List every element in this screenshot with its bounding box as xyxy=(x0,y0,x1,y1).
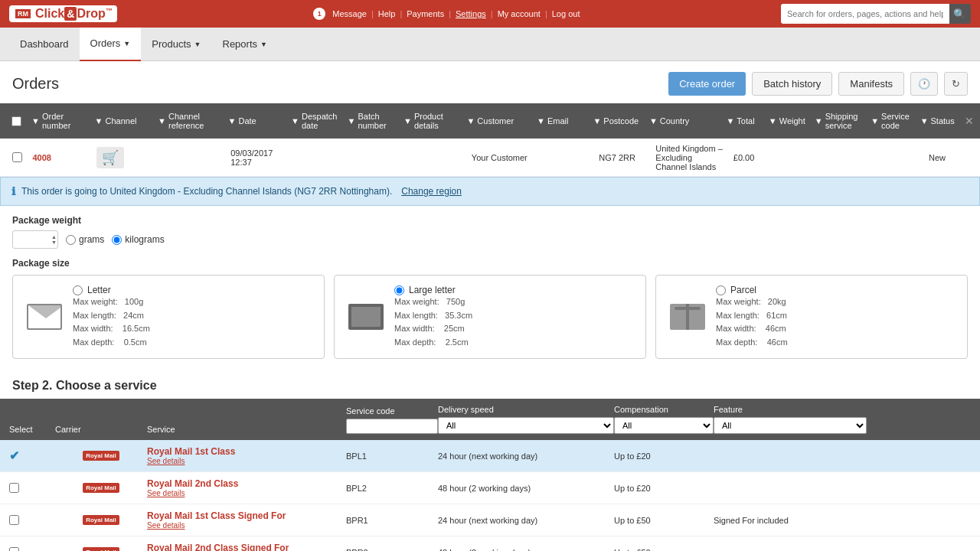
sr3-see-details[interactable]: See details xyxy=(147,521,346,530)
th-batch[interactable]: ▼ Batchnumber xyxy=(343,112,399,130)
sr3-code: BPR1 xyxy=(346,516,438,525)
kilograms-radio-label[interactable]: kilograms xyxy=(112,234,164,245)
search-button[interactable]: 🔍 xyxy=(949,4,971,24)
th-weight[interactable]: ▼ Weight xyxy=(764,116,810,126)
kilograms-radio[interactable] xyxy=(112,235,122,245)
sr2-carrier: Royal Mail xyxy=(55,483,147,493)
th-status[interactable]: ▼ Status xyxy=(916,116,965,126)
delivery-speed-filter-select[interactable]: All xyxy=(438,417,614,434)
large-letter-icon xyxy=(347,304,385,330)
refresh-button[interactable]: ↻ xyxy=(944,72,968,96)
grams-radio[interactable] xyxy=(66,235,76,245)
parcel-icon xyxy=(668,304,707,330)
service-row-3[interactable]: Royal Mail Royal Mail 1st Class Signed F… xyxy=(0,504,980,536)
create-order-button[interactable]: Create order xyxy=(668,72,746,96)
letter-radio[interactable] xyxy=(73,285,83,295)
th-date[interactable]: ▼ Date xyxy=(224,116,286,126)
batch-history-button[interactable]: Batch history xyxy=(752,72,832,96)
payments-link[interactable]: Payments xyxy=(402,9,449,18)
sr1-checkbox[interactable]: ✔ xyxy=(9,448,55,463)
search-input[interactable] xyxy=(781,4,949,24)
log-out-link[interactable]: Log out xyxy=(547,9,585,18)
info-icon: ℹ xyxy=(11,185,15,197)
sr1-see-details[interactable]: See details xyxy=(147,457,346,465)
manifests-button[interactable]: Manifests xyxy=(838,72,904,96)
nav-bar: Dashboard Orders ▼ Products ▼ Reports ▼ xyxy=(0,28,980,61)
compensation-filter-select[interactable]: All xyxy=(614,417,714,434)
sr2-service-name[interactable]: Royal Mail 2nd Class xyxy=(147,478,346,489)
sr4-checkbox[interactable] xyxy=(9,547,55,551)
size-cards: Letter Max weight: 100g Max length: 24cm… xyxy=(12,275,968,359)
service-row-1[interactable]: ✔ Royal Mail Royal Mail 1st Class See de… xyxy=(0,440,980,472)
notification-badge: 1 xyxy=(313,8,325,20)
sr2-delivery: 48 hour (2 working days) xyxy=(438,484,614,493)
page-actions: Create order Batch history Manifests 🕐 ↻ xyxy=(668,72,968,96)
nav-item-products[interactable]: Products ▼ xyxy=(141,28,211,61)
nav-item-orders[interactable]: Orders ▼ xyxy=(80,28,142,61)
help-link[interactable]: Help xyxy=(374,9,400,18)
th-channel-ref[interactable]: ▼ Channelreference xyxy=(153,112,224,130)
info-banner: ℹ This order is going to United Kingdom … xyxy=(0,177,980,206)
message-link[interactable]: Message xyxy=(328,9,371,18)
sth-select: Select xyxy=(9,425,55,434)
th-service-code[interactable]: ▼ Servicecode xyxy=(866,112,915,130)
th-despatch[interactable]: ▼ Despatchdate xyxy=(286,112,342,130)
order-number-cell[interactable]: 4008 xyxy=(28,153,91,162)
close-columns-button[interactable]: ✕ xyxy=(965,115,974,127)
change-region-link[interactable]: Change region xyxy=(401,186,462,197)
sr3-checkbox[interactable] xyxy=(9,515,55,525)
nav-item-reports[interactable]: Reports ▼ xyxy=(212,28,278,61)
weight-spinner[interactable]: ▲ ▼ xyxy=(51,234,57,245)
th-total[interactable]: ▼ Total xyxy=(721,116,763,126)
sr3-feature: Signed For included xyxy=(714,516,867,525)
th-order-number[interactable]: ▼ Ordernumber xyxy=(27,112,90,130)
sr2-code: BPL2 xyxy=(346,484,438,493)
sr4-service-name[interactable]: Royal Mail 2nd Class Signed For xyxy=(147,543,346,551)
sth-carrier: Carrier xyxy=(55,425,147,434)
sr1-service-name[interactable]: Royal Mail 1st Class xyxy=(147,446,346,457)
select-all-checkbox[interactable] xyxy=(6,116,27,126)
settings-link[interactable]: Settings xyxy=(451,9,491,18)
service-row-4[interactable]: Royal Mail Royal Mail 2nd Class Signed F… xyxy=(0,536,980,551)
order-checkbox[interactable] xyxy=(6,152,28,162)
letter-card[interactable]: Letter Max weight: 100g Max length: 24cm… xyxy=(12,275,325,359)
sr1-service: Royal Mail 1st Class See details xyxy=(147,446,346,465)
package-weight-section: Package weight 12 ▲ ▼ grams kilograms xyxy=(0,206,980,253)
order-number-link[interactable]: 4008 xyxy=(32,153,51,162)
feature-filter-select[interactable]: All xyxy=(714,417,867,434)
products-chevron-icon: ▼ xyxy=(194,41,201,48)
sr2-checkbox[interactable] xyxy=(9,483,55,493)
parcel-radio[interactable] xyxy=(716,285,726,295)
top-links: 1 Message | Help | Payments | Settings |… xyxy=(313,8,584,20)
sth-service: Service xyxy=(147,425,346,434)
royal-mail-logo-2: Royal Mail xyxy=(55,483,147,493)
royal-mail-logo-4: Royal Mail xyxy=(55,547,147,551)
th-channel[interactable]: ▼ Channel xyxy=(90,116,153,126)
th-postcode[interactable]: ▼ Postcode xyxy=(588,116,644,126)
th-shipping[interactable]: ▼ Shippingservice xyxy=(810,112,866,130)
sr4-service: Royal Mail 2nd Class Signed For See deta… xyxy=(147,543,346,551)
sr3-delivery: 24 hour (next working day) xyxy=(438,516,614,525)
grams-radio-label[interactable]: grams xyxy=(66,234,104,245)
page-content: Orders Create order Batch history Manife… xyxy=(0,61,980,551)
th-product[interactable]: ▼ Productdetails xyxy=(399,112,462,130)
step2-header: Step 2. Choose a service xyxy=(0,367,980,399)
large-letter-card[interactable]: Large letter Max weight: 750g Max length… xyxy=(334,275,646,359)
sr3-service-name[interactable]: Royal Mail 1st Class Signed For xyxy=(147,510,346,521)
th-customer[interactable]: ▼ Customer xyxy=(462,116,532,126)
large-letter-radio[interactable] xyxy=(394,285,404,295)
nav-item-dashboard[interactable]: Dashboard xyxy=(9,28,80,61)
my-account-link[interactable]: My account xyxy=(493,9,545,18)
sr2-see-details[interactable]: See details xyxy=(147,489,346,497)
orders-chevron-icon: ▼ xyxy=(123,40,130,47)
service-code-filter-input[interactable] xyxy=(346,419,438,434)
royal-mail-logo-3: Royal Mail xyxy=(55,515,147,525)
th-email[interactable]: ▼ Email xyxy=(532,116,588,126)
cart-icon: 🛒 xyxy=(102,149,119,166)
royal-mail-logo-1: Royal Mail xyxy=(55,451,147,461)
th-country[interactable]: ▼ Country xyxy=(645,116,722,126)
service-row-2[interactable]: Royal Mail Royal Mail 2nd Class See deta… xyxy=(0,472,980,504)
channel-icon: 🛒 xyxy=(96,147,124,168)
parcel-card[interactable]: Parcel Max weight: 20kg Max length: 61cm… xyxy=(655,275,968,359)
clock-button[interactable]: 🕐 xyxy=(910,72,938,96)
